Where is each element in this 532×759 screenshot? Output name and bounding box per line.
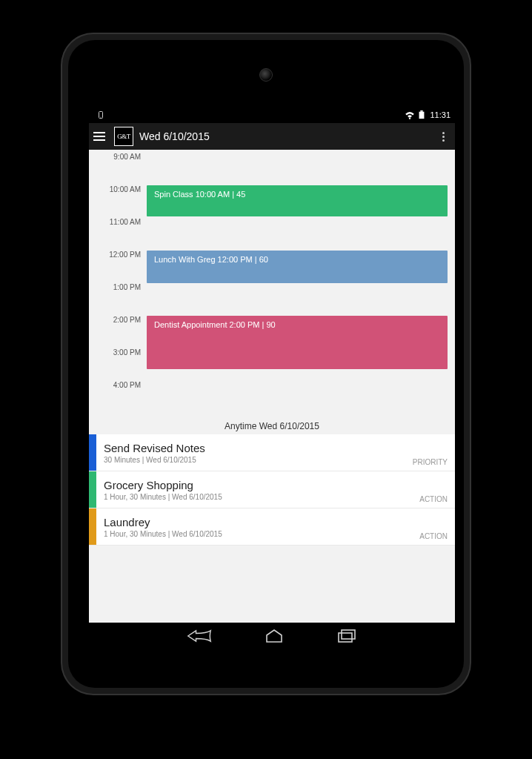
task-subtitle: 1 Hour, 30 Minutes | Wed 6/10/2015 bbox=[104, 530, 408, 538]
task-color-bar bbox=[89, 471, 96, 508]
tablet-frame: 11:31 G&T Wed 6/10/2015 9:00 AM10:00 AM1… bbox=[62, 34, 470, 694]
hour-label: 2:00 PM bbox=[89, 313, 147, 324]
hour-label: 1:00 PM bbox=[89, 280, 147, 291]
status-time: 11:31 bbox=[430, 110, 450, 119]
calendar-event[interactable]: Lunch With Greg 12:00 PM | 60 bbox=[147, 251, 448, 283]
hour-label: 9:00 AM bbox=[89, 150, 147, 161]
task-title: Grocery Shopping bbox=[104, 479, 408, 491]
calendar-event[interactable]: Dentist Appointment 2:00 PM | 90 bbox=[147, 316, 448, 369]
action-bar: G&T Wed 6/10/2015 bbox=[89, 123, 455, 150]
battery-icon bbox=[418, 110, 425, 119]
svg-rect-4 bbox=[421, 110, 423, 112]
task-color-bar bbox=[89, 434, 96, 471]
svg-rect-3 bbox=[419, 112, 425, 119]
back-icon[interactable] bbox=[187, 629, 212, 646]
hour-label: 12:00 PM bbox=[89, 248, 147, 259]
anytime-list: Send Revised Notes30 Minutes | Wed 6/10/… bbox=[89, 434, 455, 546]
app-logo[interactable]: G&T bbox=[114, 127, 133, 146]
task-row[interactable]: Grocery Shopping1 Hour, 30 Minutes | Wed… bbox=[89, 471, 455, 508]
task-color-bar bbox=[89, 508, 96, 545]
day-view[interactable]: 9:00 AM10:00 AM11:00 AM12:00 PM1:00 PM2:… bbox=[89, 150, 455, 415]
task-row[interactable]: Send Revised Notes30 Minutes | Wed 6/10/… bbox=[89, 434, 455, 471]
task-row[interactable]: Laundrey1 Hour, 30 Minutes | Wed 6/10/20… bbox=[89, 508, 455, 546]
task-tag: PRIORITY bbox=[408, 458, 455, 471]
task-body: Send Revised Notes30 Minutes | Wed 6/10/… bbox=[96, 434, 408, 471]
recent-icon[interactable] bbox=[336, 629, 357, 646]
camera-icon bbox=[259, 68, 273, 82]
task-body: Laundrey1 Hour, 30 Minutes | Wed 6/10/20… bbox=[96, 508, 415, 545]
overflow-icon[interactable] bbox=[436, 132, 450, 142]
task-title: Send Revised Notes bbox=[104, 442, 401, 454]
task-body: Grocery Shopping1 Hour, 30 Minutes | Wed… bbox=[96, 471, 415, 508]
calendar-event[interactable]: Spin Class 10:00 AM | 45 bbox=[147, 185, 448, 216]
svg-point-2 bbox=[409, 118, 410, 119]
svg-point-1 bbox=[101, 117, 102, 118]
hour-label: 11:00 AM bbox=[89, 215, 147, 226]
svg-rect-5 bbox=[339, 633, 352, 642]
task-subtitle: 1 Hour, 30 Minutes | Wed 6/10/2015 bbox=[104, 493, 408, 501]
phone-icon bbox=[96, 110, 105, 119]
hour-label: 4:00 PM bbox=[89, 378, 147, 389]
android-nav-bar bbox=[89, 623, 455, 652]
hour-label: 10:00 AM bbox=[89, 182, 147, 193]
anytime-header: Anytime Wed 6/10/2015 bbox=[89, 415, 455, 434]
wifi-icon bbox=[405, 110, 415, 119]
task-title: Laundrey bbox=[104, 516, 408, 528]
task-subtitle: 30 Minutes | Wed 6/10/2015 bbox=[104, 456, 401, 464]
screen: 11:31 G&T Wed 6/10/2015 9:00 AM10:00 AM1… bbox=[89, 107, 455, 652]
tablet-bezel: 11:31 G&T Wed 6/10/2015 9:00 AM10:00 AM1… bbox=[68, 40, 464, 688]
action-bar-title: Wed 6/10/2015 bbox=[139, 130, 210, 142]
task-tag: ACTION bbox=[415, 532, 455, 545]
hour-label: 3:00 PM bbox=[89, 345, 147, 357]
status-bar: 11:31 bbox=[89, 107, 455, 123]
task-tag: ACTION bbox=[415, 495, 455, 508]
svg-rect-6 bbox=[342, 630, 355, 639]
empty-area bbox=[89, 546, 455, 634]
menu-icon[interactable] bbox=[93, 128, 110, 145]
home-icon[interactable] bbox=[264, 629, 285, 646]
